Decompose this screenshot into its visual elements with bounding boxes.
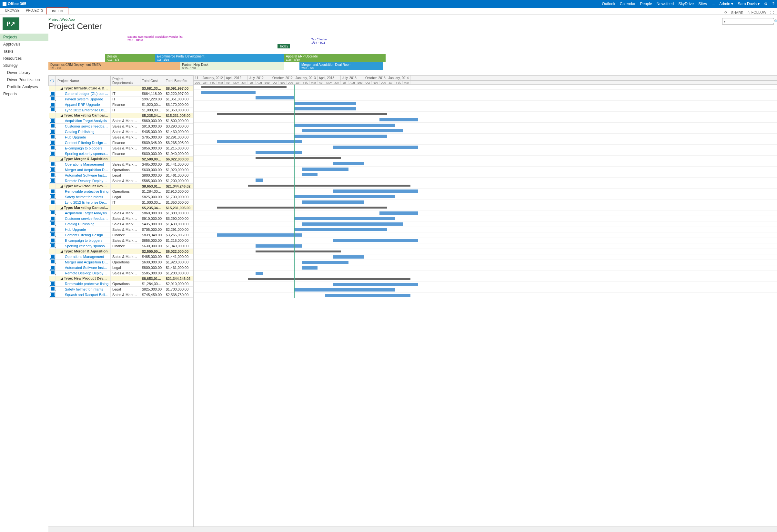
gantt-bar[interactable] <box>333 190 418 193</box>
column-header[interactable]: ⓘ <box>49 76 56 86</box>
gantt-bar[interactable] <box>294 124 395 127</box>
cell-name[interactable]: Removable protective lining <box>56 281 111 287</box>
cell-name[interactable]: Sporting celebrity sponsorship and endor… <box>56 151 111 156</box>
suite-logo[interactable]: Office 365 <box>3 2 26 6</box>
timeline-bar[interactable]: Apparel ERP Upgrade1/28 - 8/30 <box>284 54 385 62</box>
gantt-bar[interactable] <box>217 113 387 115</box>
project-row[interactable]: Sporting celebrity sponsorship and endor… <box>49 243 193 249</box>
cell-name[interactable]: Merger and Acquisition Deal Room <box>56 259 111 265</box>
cell-name[interactable]: Content Filtering Design and Implementat… <box>56 232 111 238</box>
group-row[interactable]: ◢ Type: Merger & Aquisition$2,500,000.00… <box>49 249 193 254</box>
cell-name[interactable]: E-campaign to bloggers <box>56 145 111 151</box>
suite-link-[interactable]: ... <box>711 2 715 6</box>
gantt-bar[interactable] <box>255 250 341 252</box>
gantt-bar[interactable] <box>333 283 418 286</box>
gantt-bar[interactable] <box>255 272 263 275</box>
cell-name[interactable]: Hub Upgrade <box>56 227 111 232</box>
cell-name[interactable]: E-campaign to bloggers <box>56 238 111 243</box>
gantt-bar[interactable] <box>217 233 302 237</box>
cell-name[interactable]: Catalog Publishing <box>56 221 111 227</box>
cell-name[interactable]: Remote Desktop Deployment <box>56 178 111 184</box>
cell-name[interactable]: Acquisition Target Analysis <box>56 210 111 216</box>
share-button[interactable]: SHARE <box>731 11 744 14</box>
ribbon-tab-projects[interactable]: PROJECTS <box>23 7 46 14</box>
project-row[interactable]: Content Filtering Design and Implementat… <box>49 232 193 238</box>
nav-approvals[interactable]: Approvals <box>0 41 48 48</box>
cell-name[interactable]: Content Filtering Design and Implementat… <box>56 140 111 145</box>
gantt-bar[interactable] <box>302 261 348 264</box>
column-header[interactable]: Project Departments <box>111 76 140 86</box>
gantt-bar[interactable] <box>294 288 395 292</box>
gantt-bar[interactable] <box>302 129 403 132</box>
suite-link-sites[interactable]: Sites <box>698 2 707 6</box>
project-row[interactable]: Removable protective liningOperations$1,… <box>49 189 193 194</box>
column-header[interactable]: Project Name <box>56 76 111 86</box>
user-menu[interactable]: Sara Davis ▾ <box>738 2 760 6</box>
grid-left-pane[interactable]: ⓘProject NameProject DepartmentsTotal Co… <box>48 76 194 527</box>
focus-icon[interactable]: ⛶ <box>770 11 774 14</box>
project-row[interactable]: Operations ManagementSales & Marketing$4… <box>49 162 193 167</box>
suite-link-skydrive[interactable]: SkyDrive <box>678 2 694 6</box>
project-row[interactable]: E-campaign to bloggersSales & Marketing$… <box>49 145 193 151</box>
ribbon-tab-browse[interactable]: BROWSE <box>2 7 23 14</box>
gantt-bar[interactable] <box>302 201 364 204</box>
search-dropdown-icon[interactable]: ▾ <box>723 19 727 23</box>
project-row[interactable]: E-campaign to bloggersSales & Marketing$… <box>49 238 193 243</box>
cell-name[interactable]: Customer service feedback portal <box>56 216 111 221</box>
ribbon-tab-timeline[interactable]: TIMELINE <box>46 7 69 14</box>
nav-strategy[interactable]: Strategy <box>0 62 48 69</box>
cell-name[interactable]: Safety helmet for infants <box>56 287 111 292</box>
nav-portfolio-analyses[interactable]: Portfolio Analyses <box>0 83 48 90</box>
cell-name[interactable]: Lync 2012 Enterprise Deployment <box>56 200 111 205</box>
timeline-bar[interactable]: Partner Help Desk8/15 - 1/28 <box>180 62 284 70</box>
project-row[interactable]: Lync 2012 Enterprise DeploymentIT$1,000,… <box>49 200 193 205</box>
gantt-bar[interactable] <box>248 185 411 187</box>
group-row[interactable]: ◢ Type: New Product Development$8,653,01… <box>49 184 193 189</box>
project-row[interactable]: Hub UpgradeSales & Marketing$705,000.00$… <box>49 135 193 140</box>
gantt-bar[interactable] <box>294 102 356 105</box>
gantt-bar[interactable] <box>255 179 263 182</box>
cell-name[interactable]: Sporting celebrity sponsorship and endor… <box>56 243 111 249</box>
project-row[interactable]: Operations ManagementSales & Marketing$4… <box>49 254 193 259</box>
project-row[interactable]: Catalog PublishingSales & Marketing$435,… <box>49 221 193 227</box>
suite-link-people[interactable]: People <box>640 2 652 6</box>
gantt-bar[interactable] <box>255 151 302 154</box>
group-row[interactable]: ◢ Type: Merger & Aquisition$2,500,000.00… <box>49 156 193 162</box>
gantt-bar[interactable] <box>333 255 364 258</box>
timeline-bar[interactable]: Dynamics CRM Deployment EMEA1/9 - 7/6 <box>48 62 180 70</box>
project-row[interactable]: Automated Software InstallationLegal$800… <box>49 173 193 178</box>
gantt-bar[interactable] <box>333 162 364 165</box>
cell-name[interactable]: Lync 2012 Enterprise Deployment <box>56 107 111 113</box>
cell-name[interactable]: Squash and Racquet Ball Eye Wear <box>56 292 111 298</box>
project-row[interactable]: Removable protective liningOperations$1,… <box>49 281 193 287</box>
gantt-bar[interactable] <box>302 173 318 176</box>
horizontal-scrollbar[interactable] <box>48 527 777 532</box>
sync-icon[interactable]: ⟳ <box>725 10 727 14</box>
cell-name[interactable]: Safety helmet for infants <box>56 194 111 200</box>
help-icon[interactable]: ? <box>772 2 774 6</box>
project-row[interactable]: Catalog PublishingSales & Marketing$435,… <box>49 129 193 135</box>
gantt-bar[interactable] <box>217 140 302 143</box>
project-row[interactable]: Remote Desktop DeploymentSales & Marketi… <box>49 178 193 184</box>
cell-name[interactable]: Payroll System Upgrade <box>56 97 111 102</box>
gantt-bar[interactable] <box>294 217 395 220</box>
gantt-bar[interactable] <box>333 239 418 242</box>
project-row[interactable]: Lync 2012 Enterprise DeploymentIT$1,000,… <box>49 107 193 113</box>
group-row[interactable]: ◢ Type: New Product Development$8,653,01… <box>49 276 193 281</box>
gantt-bar[interactable] <box>255 244 302 247</box>
timeline-bar[interactable]: Merger and Acquisition Deal Room2/28 - 7… <box>300 62 383 70</box>
group-row[interactable]: ◢ Type: Marketing Campaign$5,235,348.00$… <box>49 205 193 210</box>
cell-name[interactable]: Automated Software Installation <box>56 173 111 178</box>
nav-driver-prioritization[interactable]: Driver Prioritization <box>0 76 48 83</box>
breadcrumb[interactable]: Project Web App <box>48 17 777 21</box>
search-icon[interactable]: 🔍 <box>774 19 777 23</box>
project-row[interactable]: Merger and Acquisition Deal RoomOperatio… <box>49 259 193 265</box>
project-row[interactable]: Safety helmet for infantsLegal$825,000.0… <box>49 287 193 292</box>
nav-resources[interactable]: Resources <box>0 55 48 62</box>
project-row[interactable]: Acquisition Target AnalysisSales & Marke… <box>49 118 193 124</box>
nav-reports[interactable]: Reports <box>0 90 48 98</box>
project-row[interactable]: General Ledger (GL) currency updateIT$66… <box>49 91 193 97</box>
gantt-bar[interactable] <box>294 107 356 110</box>
gantt-bar[interactable] <box>294 135 387 138</box>
cell-name[interactable]: Acquisition Target Analysis <box>56 118 111 124</box>
